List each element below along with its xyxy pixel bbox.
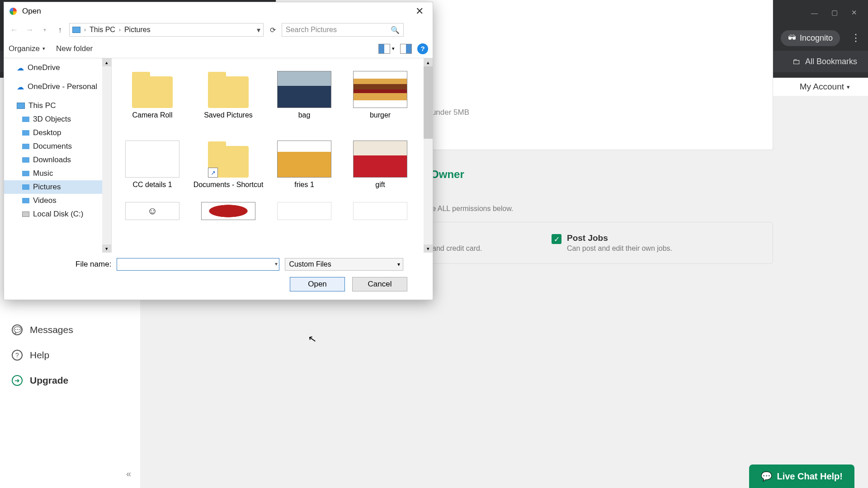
chat-icon: 💬 (761, 471, 772, 482)
sidebar-item-upgrade[interactable]: ➜ Upgrade (0, 368, 140, 393)
window-minimize-icon[interactable]: — (811, 9, 818, 17)
tree-item-documents[interactable]: Documents (4, 140, 111, 153)
file-name-label: File name: (75, 260, 111, 269)
organize-button[interactable]: Organize ▾ (9, 44, 45, 53)
scrollbar-thumb[interactable] (424, 66, 433, 139)
file-item-image[interactable]: gift (344, 132, 416, 197)
search-input[interactable]: Search Pictures 🔍 (282, 23, 404, 37)
dialog-close-button[interactable]: ✕ (411, 5, 428, 17)
my-account-dropdown[interactable]: My Account ▾ (800, 82, 868, 92)
perm-post-desc: Can post and edit their own jobs. (567, 244, 672, 253)
tree-item-videos[interactable]: Videos (4, 194, 111, 207)
window-maximize-icon[interactable]: ▢ (831, 9, 838, 17)
path-segment[interactable]: Pictures (124, 26, 151, 34)
chevron-down-icon: ▾ (392, 46, 395, 52)
sidebar-item-help[interactable]: ? Help (0, 343, 140, 368)
tree-label: Desktop (33, 128, 61, 137)
file-label: burger (370, 111, 391, 128)
live-chat-button[interactable]: 💬 Live Chat Help! (749, 465, 854, 488)
grid-scrollbar[interactable]: ▴ ▾ (424, 58, 433, 253)
refresh-icon[interactable]: ⟳ (266, 26, 279, 34)
sidebar-item-messages[interactable]: 💬 Messages (0, 317, 140, 343)
file-type-dropdown[interactable]: Custom Files ▾ (285, 258, 403, 271)
tree-item-pictures[interactable]: Pictures (4, 180, 111, 194)
tree-item-this-pc[interactable]: This PC (4, 99, 111, 113)
scroll-up-icon[interactable]: ▴ (102, 58, 111, 66)
tree-item-music[interactable]: Music (4, 167, 111, 180)
scroll-down-icon[interactable]: ▾ (102, 244, 111, 253)
sidebar-collapse-icon[interactable]: « (126, 469, 131, 479)
folder-icon (22, 157, 29, 163)
file-label: fries 1 (294, 180, 314, 197)
cloud-icon: ☁ (17, 64, 24, 72)
incognito-indicator[interactable]: 🕶 Incognito (781, 30, 840, 46)
file-item-image[interactable] (344, 202, 416, 220)
file-item-image[interactable]: fries 1 (268, 132, 340, 197)
file-item-shortcut[interactable]: ↗ Documents - Shortcut (192, 132, 264, 197)
tree-label: Music (33, 169, 53, 178)
chevron-right-icon: › (119, 27, 121, 33)
window-close-icon[interactable]: ✕ (851, 9, 857, 17)
pc-icon (17, 103, 25, 109)
view-mode-button[interactable]: ▾ (378, 44, 395, 54)
file-label: Saved Pictures (204, 111, 253, 128)
scroll-up-icon[interactable]: ▴ (424, 58, 433, 66)
tree-item-onedrive[interactable]: ☁OneDrive (4, 61, 111, 75)
tree-item-downloads[interactable]: Downloads (4, 153, 111, 167)
live-chat-label: Live Chat Help! (777, 471, 843, 482)
file-item-image[interactable]: burger (344, 63, 416, 128)
scroll-down-icon[interactable]: ▾ (424, 244, 433, 253)
file-item-image[interactable] (268, 202, 340, 220)
all-bookmarks-link[interactable]: All Bookmarks (805, 57, 857, 66)
file-item-image[interactable]: CC details 1 (116, 132, 189, 197)
folder-icon (132, 76, 173, 108)
image-thumbnail (353, 202, 407, 220)
my-account-label: My Account (800, 82, 844, 92)
tree-label: Documents (33, 142, 72, 151)
file-label: Documents - Shortcut (193, 180, 264, 197)
path-dropdown-icon[interactable]: ▾ (257, 26, 260, 34)
file-item-image[interactable] (192, 202, 264, 220)
help-icon[interactable]: ? (417, 43, 428, 54)
pc-icon (72, 27, 80, 33)
checkbox-post-jobs[interactable]: ✓ (552, 234, 561, 244)
file-item-folder[interactable]: Camera Roll (116, 63, 189, 128)
cancel-button[interactable]: Cancel (352, 277, 407, 291)
chevron-down-icon: ▾ (847, 84, 850, 90)
tree-item-desktop[interactable]: Desktop (4, 126, 111, 140)
chrome-icon (9, 7, 18, 16)
preview-pane-button[interactable] (400, 44, 412, 54)
file-grid: Camera Roll Saved Pictures bag burger CC… (112, 58, 433, 225)
tree-item-local-disk[interactable]: Local Disk (C:) (4, 207, 111, 221)
file-item-image[interactable]: ☺ (116, 202, 189, 220)
folder-icon (22, 144, 29, 149)
dialog-titlebar: Open ✕ (4, 2, 433, 20)
file-label: gift (375, 180, 385, 197)
browser-menu-icon[interactable]: ⋮ (851, 32, 861, 44)
nav-back-icon[interactable]: ← (8, 25, 20, 35)
nav-forward-icon[interactable]: → (23, 25, 36, 35)
file-item-folder[interactable]: Saved Pictures (192, 63, 264, 128)
incognito-label: Incognito (800, 33, 833, 43)
organize-label: Organize (9, 44, 40, 53)
folder-icon (208, 76, 249, 108)
new-folder-button[interactable]: New folder (56, 44, 93, 53)
image-thumbnail (201, 202, 255, 220)
image-thumbnail (277, 141, 331, 178)
tree-item-3d-objects[interactable]: 3D Objects (4, 113, 111, 126)
chevron-down-icon[interactable]: ▾ (275, 261, 278, 267)
open-button[interactable]: Open (290, 277, 345, 291)
image-thumbnail: ☺ (125, 202, 179, 220)
folder-icon (22, 184, 29, 190)
tree-item-onedrive-personal[interactable]: ☁OneDrive - Personal (4, 80, 111, 94)
tree-scrollbar[interactable]: ▴ ▾ (102, 58, 111, 253)
path-breadcrumb[interactable]: › This PC › Pictures ▾ (69, 23, 264, 37)
file-name-input[interactable] (117, 258, 279, 271)
image-thumbnail (125, 141, 179, 178)
nav-up-icon[interactable]: ↑ (54, 25, 66, 35)
dialog-toolbar: Organize ▾ New folder ▾ ? (4, 39, 433, 58)
path-segment[interactable]: This PC (90, 26, 115, 34)
drive-icon (22, 211, 29, 217)
file-item-image[interactable]: bag (268, 63, 340, 128)
chevron-down-icon[interactable]: ▾ (38, 27, 51, 33)
